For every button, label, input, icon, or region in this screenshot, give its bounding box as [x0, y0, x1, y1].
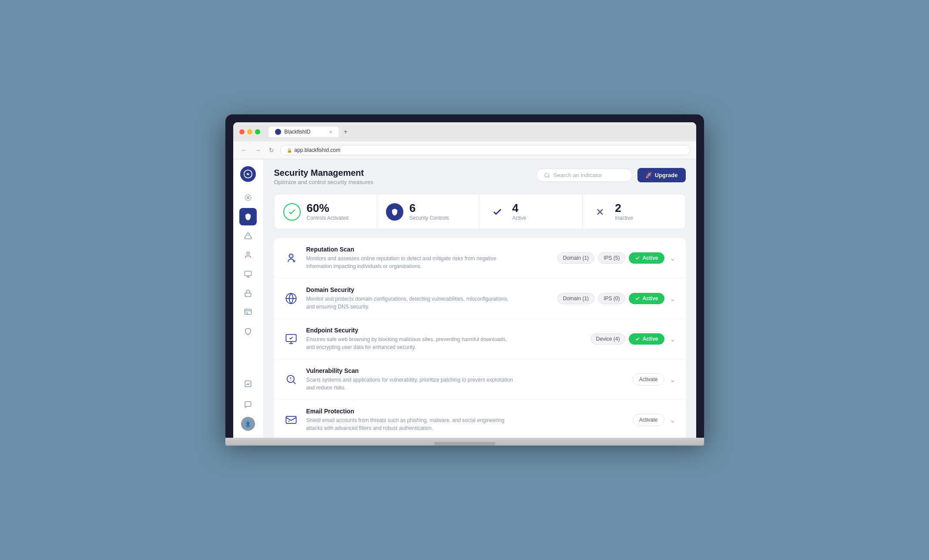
svg-point-16: [545, 173, 549, 177]
reputation-scan-desc: Monitors and assesses online reputation …: [306, 255, 515, 270]
laptop-screen: BlackfishID ✕ + ← → ↻ 🔒 app.blackfishid.…: [225, 114, 704, 438]
page-header: Security Management Optimize and control…: [274, 168, 686, 185]
stat-info-active: 4 Active: [512, 202, 527, 221]
stat-card-security-controls: 6 Security Controls: [377, 194, 480, 229]
sidebar-item-lock[interactable]: [239, 285, 257, 302]
browser-chrome: BlackfishID ✕ + ← → ↻ 🔒 app.blackfishid.…: [233, 122, 696, 438]
reputation-scan-ips-tag[interactable]: IPS (5): [598, 252, 625, 264]
domain-security-icon: [283, 290, 299, 307]
reputation-scan-title: Reputation Scan: [306, 246, 550, 253]
email-protection-actions: Activate ⌄: [633, 414, 677, 426]
stat-card-controls: 60% Controls Activated: [275, 194, 377, 229]
search-icon: [544, 172, 550, 178]
page-subtitle: Optimize and control security measures: [274, 179, 373, 185]
security-item-reputation-scan: Reputation Scan Monitors and assesses on…: [274, 238, 686, 278]
traffic-lights: [239, 129, 260, 134]
back-button[interactable]: ←: [239, 146, 249, 154]
checkmark-icon: [489, 203, 506, 221]
security-item-vulnerability-scan: Vulnerability Scan Scans systems and app…: [274, 359, 686, 400]
laptop-base: [225, 438, 704, 446]
svg-rect-15: [245, 381, 251, 387]
rocket-icon: 🚀: [645, 172, 652, 178]
email-protection-expand[interactable]: ⌄: [668, 415, 677, 425]
url-bar[interactable]: 🔒 app.blackfishid.com: [280, 145, 690, 155]
reputation-scan-domain-tag[interactable]: Domain (1): [557, 252, 594, 264]
reputation-scan-status[interactable]: Active: [629, 252, 664, 264]
vulnerability-scan-title: Vulnerability Scan: [306, 367, 626, 374]
vulnerability-scan-icon: [283, 371, 299, 388]
vulnerability-scan-activate[interactable]: Activate: [633, 373, 664, 386]
sidebar-item-analytics[interactable]: [239, 375, 257, 392]
endpoint-security-info: Endpoint Security Ensures safe web brows…: [306, 327, 584, 351]
domain-security-ips-tag[interactable]: IPS (0): [598, 293, 625, 304]
endpoint-security-desc: Ensures safe web browsing by blocking ma…: [306, 335, 515, 351]
svg-line-29: [293, 382, 295, 384]
maximize-button[interactable]: [255, 129, 260, 134]
endpoint-security-expand[interactable]: ⌄: [668, 334, 677, 344]
stat-card-active: 4 Active: [480, 194, 582, 229]
svg-point-3: [245, 194, 251, 201]
address-bar: ← → ↻ 🔒 app.blackfishid.com: [233, 141, 696, 159]
sidebar-item-monitor[interactable]: [239, 304, 257, 321]
vulnerability-scan-actions: Activate ⌄: [633, 373, 677, 386]
svg-line-17: [548, 176, 549, 178]
svg-rect-32: [286, 416, 296, 423]
tab-bar: BlackfishID ✕ +: [269, 127, 690, 137]
refresh-button[interactable]: ↻: [267, 146, 276, 154]
app-logo[interactable]: [240, 166, 256, 182]
reputation-scan-icon: [283, 250, 299, 266]
domain-security-status[interactable]: Active: [629, 293, 664, 304]
new-tab-button[interactable]: +: [340, 127, 351, 137]
sidebar-item-support[interactable]: [239, 396, 257, 413]
svg-point-6: [247, 252, 249, 255]
email-protection-desc: Shield email accounts from threats such …: [306, 416, 515, 432]
active-check-icon-2: [635, 296, 640, 301]
browser-tab[interactable]: BlackfishID ✕: [269, 127, 339, 137]
user-avatar[interactable]: 👤: [241, 417, 255, 431]
sidebar-item-security[interactable]: [239, 208, 257, 225]
shield-icon: [386, 203, 403, 221]
domain-security-expand[interactable]: ⌄: [668, 294, 677, 304]
sidebar-item-shield2[interactable]: [239, 323, 257, 340]
header-titles: Security Management Optimize and control…: [274, 168, 373, 185]
upgrade-button[interactable]: 🚀 Upgrade: [637, 168, 686, 182]
laptop-frame: BlackfishID ✕ + ← → ↻ 🔒 app.blackfishid.…: [225, 114, 704, 446]
stat-card-inactive: 2 Inactive: [583, 194, 685, 229]
security-panel: Reputation Scan Monitors and assesses on…: [274, 238, 686, 438]
sidebar-item-devices[interactable]: [239, 265, 257, 283]
lock-icon: 🔒: [287, 148, 292, 153]
endpoint-security-icon: [283, 331, 299, 347]
minimize-button[interactable]: [247, 129, 252, 134]
tab-favicon-icon: [275, 129, 281, 135]
reputation-scan-actions: Domain (1) IPS (5) Active ⌄: [557, 252, 677, 264]
domain-security-domain-tag[interactable]: Domain (1): [557, 293, 594, 304]
domain-security-actions: Domain (1) IPS (0) Active ⌄: [557, 293, 677, 304]
sidebar-item-alerts[interactable]: [239, 227, 257, 245]
endpoint-security-device-tag[interactable]: Device (4): [590, 333, 626, 345]
email-protection-icon: [283, 412, 299, 428]
sidebar: 👤: [233, 159, 264, 438]
endpoint-security-status[interactable]: Active: [629, 333, 664, 345]
security-item-email-protection: Email Protection Shield email accounts f…: [274, 400, 686, 438]
vulnerability-scan-expand[interactable]: ⌄: [668, 375, 677, 385]
reputation-scan-expand[interactable]: ⌄: [668, 253, 677, 263]
security-item-domain-security: Domain Security Monitor and protects dom…: [274, 278, 686, 319]
url-text: app.blackfishid.com: [295, 147, 340, 153]
stat-label-security: Security Controls: [409, 215, 449, 221]
stat-label-controls: Controls Activated: [307, 215, 349, 221]
tab-close-icon[interactable]: ✕: [329, 130, 332, 134]
sidebar-item-home[interactable]: [239, 189, 257, 206]
active-check-icon: [635, 255, 640, 261]
email-protection-activate[interactable]: Activate: [633, 414, 664, 426]
close-button[interactable]: [239, 129, 245, 134]
active-check-icon-3: [635, 336, 640, 342]
search-box[interactable]: Search an indicator: [537, 168, 632, 182]
stat-value-inactive: 2: [615, 202, 633, 214]
sidebar-item-users[interactable]: [239, 246, 257, 264]
domain-security-title: Domain Security: [306, 286, 550, 293]
stat-info-security: 6 Security Controls: [409, 202, 449, 221]
stat-info-controls: 60% Controls Activated: [307, 202, 349, 221]
forward-button[interactable]: →: [253, 146, 263, 154]
email-protection-info: Email Protection Shield email accounts f…: [306, 408, 626, 432]
svg-point-2: [247, 197, 249, 199]
